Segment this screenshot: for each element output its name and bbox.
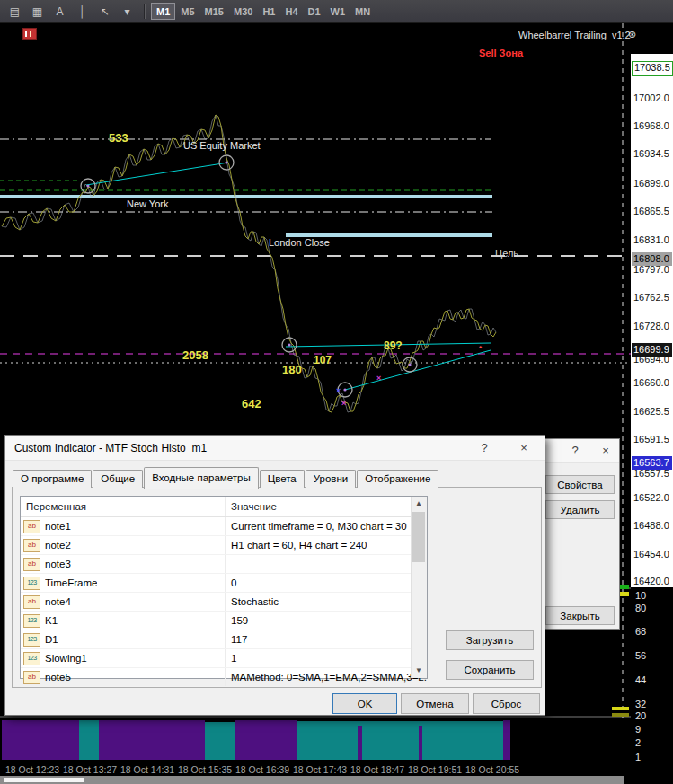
histogram-bar [358, 726, 362, 760]
int-param-icon: 123 [23, 652, 40, 665]
param-row[interactable]: 123Slowing11 [21, 649, 427, 668]
trade-marker-icon: • [479, 343, 482, 352]
dialog-tab-1[interactable]: Общие [93, 470, 143, 488]
param-row[interactable]: abnote3 [21, 555, 427, 574]
scroll-thumb[interactable] [412, 512, 425, 562]
param-value[interactable]: Stochastic [226, 593, 427, 611]
param-value[interactable] [226, 555, 427, 573]
timeframe-m30[interactable]: M30 [229, 3, 257, 20]
param-row[interactable]: abnote5MAMethod: 0=SMA,1=EMA,2=SMMA,3=L.… [21, 668, 427, 687]
ok-button[interactable]: OK [332, 693, 397, 714]
param-row[interactable]: 123D1117 [21, 630, 427, 649]
signal-dot [288, 343, 290, 346]
save-button[interactable]: Сохранить [446, 660, 534, 680]
histogram-bar [99, 720, 205, 760]
param-name: note5 [45, 672, 71, 683]
dialog-title: Custom Indicator - MTF Stoch Histo_m1 [14, 442, 207, 454]
string-param-icon: ab [23, 520, 40, 533]
indicators-tool-icon[interactable]: ▤ [4, 2, 26, 21]
indicator-scale-tick: 20 [635, 709, 646, 722]
tools-dropdown-caret-icon[interactable]: ▾ [116, 2, 138, 21]
dialog-titlebar[interactable]: Custom Indicator - MTF Stoch Histo_m1 ? … [5, 436, 545, 461]
chart-window-icon[interactable] [22, 28, 37, 40]
table-scrollbar[interactable]: ▲ ▼ [411, 497, 427, 678]
objects-tool-icon[interactable]: ▦ [26, 2, 49, 21]
help-icon[interactable]: ? [465, 436, 503, 460]
parameters-table: Переменная Значение abnote1Current timef… [20, 496, 428, 679]
indicator-scale-tick: 10 [635, 589, 646, 602]
drawing-tools-group: ▤▦A│↖▾ [4, 0, 138, 22]
reset-button[interactable]: Сброс [473, 693, 540, 714]
dialog-tab-4[interactable]: Уровни [306, 470, 356, 488]
price-tick: 16420.0 [633, 575, 669, 588]
param-value[interactable]: 117 [226, 630, 427, 648]
string-param-icon: ab [23, 539, 40, 552]
param-name: D1 [45, 634, 58, 645]
cancel-button[interactable]: Отмена [401, 693, 469, 714]
timeframe-h1[interactable]: H1 [258, 3, 279, 20]
indicator-scale-tick: 68 [635, 625, 646, 638]
timeframe-m5[interactable]: M5 [176, 3, 199, 20]
timeframe-h4[interactable]: H4 [280, 3, 302, 20]
dialog-tab-0[interactable]: О программе [13, 470, 92, 488]
dialog-tab-3[interactable]: Цвета [260, 470, 305, 488]
param-value[interactable]: H1 chart = 60, H4 chart = 240 [226, 536, 427, 554]
int-param-icon: 123 [23, 633, 40, 647]
param-cell-variable: abnote3 [21, 555, 226, 573]
scroll-up-icon[interactable]: ▲ [412, 497, 426, 511]
timeframe-w1[interactable]: W1 [326, 3, 350, 20]
dialog-titlebar[interactable]: ? × [538, 439, 619, 463]
timeframe-m15[interactable]: M15 [200, 3, 228, 20]
price-tick: 16797.0 [633, 263, 669, 277]
param-value[interactable]: Current timeframe = 0, M30 chart = 30 [226, 517, 427, 535]
close-icon[interactable]: × [505, 436, 543, 460]
vertical-line-tool-icon[interactable]: │ [71, 2, 93, 21]
dialog-tab-5[interactable]: Отображение [357, 470, 438, 488]
param-value[interactable]: 1 [226, 649, 427, 667]
param-cell-variable: 123Slowing1 [21, 649, 226, 667]
price-tick: 16591.5 [633, 433, 669, 446]
signal-dot [225, 161, 227, 163]
price-tick: 16865.5 [633, 205, 669, 218]
param-cell-variable: 123D1 [21, 630, 226, 648]
param-row[interactable]: 123TimeFrame0 [21, 574, 427, 593]
param-row[interactable]: abnote4Stochastic [21, 593, 427, 612]
close-icon[interactable]: × [592, 439, 619, 462]
time-axis-label: 18 Oct 12:23 [5, 764, 59, 775]
param-row[interactable]: abnote1Current timeframe = 0, M30 chart … [21, 517, 427, 536]
table-body: abnote1Current timeframe = 0, M30 chart … [21, 517, 427, 687]
param-row[interactable]: 123K1159 [21, 612, 427, 630]
price-tick: 16625.5 [633, 405, 669, 418]
price-tick: 16968.0 [633, 119, 669, 133]
param-cell-variable: 123TimeFrame [21, 574, 226, 592]
load-button[interactable]: Загрузить [446, 630, 534, 650]
properties-button[interactable]: Свойства [545, 475, 615, 494]
price-axis: 17038.517002.016968.016934.516899.016865… [631, 54, 673, 591]
price-tick: 16694.0 [633, 353, 669, 366]
param-cell-variable: abnote5 [21, 668, 226, 686]
param-row[interactable]: abnote2H1 chart = 60, H4 chart = 240 [21, 536, 427, 555]
crosshair-tool-icon[interactable]: ↖ [93, 2, 116, 21]
price-tick: 16934.5 [633, 147, 669, 161]
help-icon[interactable]: ? [562, 439, 589, 462]
param-value[interactable]: 159 [226, 612, 427, 630]
time-axis-label: 18 Oct 20:55 [465, 764, 519, 775]
int-param-icon: 123 [23, 577, 40, 590]
close-button[interactable]: Закрыть [545, 606, 615, 625]
text-tool-icon[interactable]: A [49, 2, 71, 21]
price-tick: 16762.5 [633, 291, 669, 304]
scroll-down-icon[interactable]: ▼ [412, 664, 426, 678]
param-value[interactable]: MAMethod: 0=SMA,1=EMA,2=SMMA,3=L... [226, 668, 427, 686]
param-name: note1 [45, 521, 71, 532]
trend-line[interactable] [286, 343, 491, 347]
toolbar: ▤▦A│↖▾ M1M5M15M30H1H4D1W1MN [0, 0, 673, 23]
indicator-scale-tick: 44 [635, 674, 646, 686]
param-value[interactable]: 0 [226, 574, 427, 592]
trend-line[interactable] [86, 163, 228, 185]
timeframe-m1[interactable]: M1 [151, 3, 175, 20]
dialog-tab-2[interactable]: Входные параметры [144, 467, 259, 489]
indicator-scale-tick: 56 [635, 649, 646, 662]
timeframe-d1[interactable]: D1 [304, 3, 325, 20]
timeframe-mn[interactable]: MN [350, 3, 375, 20]
delete-button[interactable]: Удалить [545, 500, 615, 519]
